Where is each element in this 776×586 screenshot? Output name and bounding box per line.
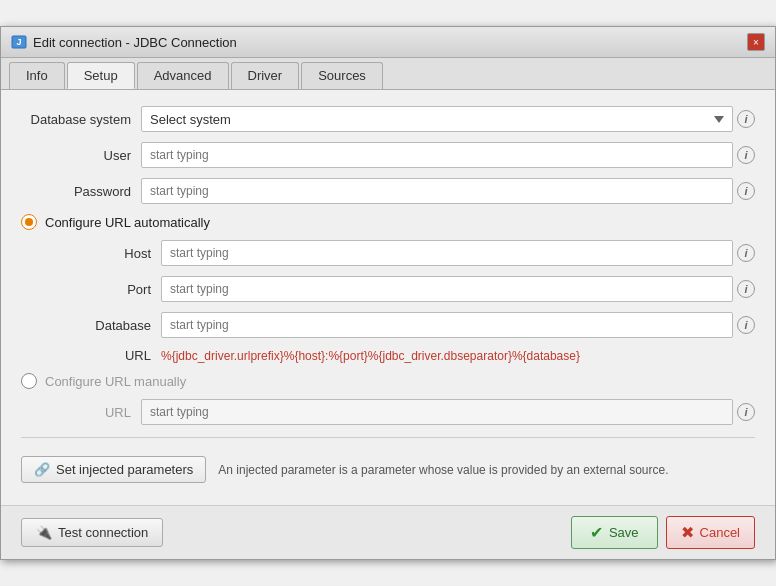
tab-setup[interactable]: Setup xyxy=(67,62,135,89)
url-manual-info-icon[interactable]: i xyxy=(737,403,755,421)
inject-button-label: Set injected parameters xyxy=(56,462,193,477)
configure-auto-label: Configure URL automatically xyxy=(45,215,210,230)
password-wrap: i xyxy=(141,178,755,204)
configure-auto-radio[interactable] xyxy=(21,214,37,230)
database-wrap: i xyxy=(161,312,755,338)
x-icon: ✖ xyxy=(681,523,694,542)
user-label: User xyxy=(21,148,141,163)
test-connection-button[interactable]: 🔌 Test connection xyxy=(21,518,163,547)
tab-bar: Info Setup Advanced Driver Sources xyxy=(1,58,775,90)
password-input[interactable] xyxy=(141,178,733,204)
title-bar: J Edit connection - JDBC Connection × xyxy=(1,27,775,58)
database-system-info-icon[interactable]: i xyxy=(737,110,755,128)
link-icon: 🔗 xyxy=(34,462,50,477)
password-label: Password xyxy=(21,184,141,199)
configure-manual-header: Configure URL manually xyxy=(21,373,755,389)
host-label: Host xyxy=(41,246,161,261)
dialog: J Edit connection - JDBC Connection × In… xyxy=(0,26,776,560)
cancel-label: Cancel xyxy=(700,525,740,540)
plug-icon: 🔌 xyxy=(36,525,52,540)
form-content: Database system Select system i User i P… xyxy=(1,90,775,505)
user-input[interactable] xyxy=(141,142,733,168)
configure-manual-radio[interactable] xyxy=(21,373,37,389)
test-button-label: Test connection xyxy=(58,525,148,540)
host-info-icon[interactable]: i xyxy=(737,244,755,262)
dialog-title: Edit connection - JDBC Connection xyxy=(33,35,237,50)
database-info-icon[interactable]: i xyxy=(737,316,755,334)
title-bar-left: J Edit connection - JDBC Connection xyxy=(11,34,237,50)
url-auto-row: URL %{jdbc_driver.urlprefix}%{host}:%{po… xyxy=(41,348,755,363)
port-info-icon[interactable]: i xyxy=(737,280,755,298)
separator xyxy=(21,437,755,438)
database-system-select[interactable]: Select system xyxy=(141,106,733,132)
dialog-icon: J xyxy=(11,34,27,50)
tab-sources[interactable]: Sources xyxy=(301,62,383,89)
inject-button[interactable]: 🔗 Set injected parameters xyxy=(21,456,206,483)
database-system-row: Database system Select system i xyxy=(21,106,755,132)
password-row: Password i xyxy=(21,178,755,204)
user-row: User i xyxy=(21,142,755,168)
tab-advanced[interactable]: Advanced xyxy=(137,62,229,89)
password-info-icon[interactable]: i xyxy=(737,182,755,200)
port-label: Port xyxy=(41,282,161,297)
footer-actions: ✔ Save ✖ Cancel xyxy=(571,516,755,549)
svg-text:J: J xyxy=(16,37,21,47)
port-input[interactable] xyxy=(161,276,733,302)
host-row: Host i xyxy=(41,240,755,266)
cancel-button[interactable]: ✖ Cancel xyxy=(666,516,755,549)
url-auto-value: %{jdbc_driver.urlprefix}%{host}:%{port}%… xyxy=(161,349,755,363)
dialog-footer: 🔌 Test connection ✔ Save ✖ Cancel xyxy=(1,505,775,559)
save-label: Save xyxy=(609,525,639,540)
url-manual-input[interactable] xyxy=(141,399,733,425)
inject-row: 🔗 Set injected parameters An injected pa… xyxy=(21,450,755,489)
host-wrap: i xyxy=(161,240,755,266)
host-input[interactable] xyxy=(161,240,733,266)
tab-info[interactable]: Info xyxy=(9,62,65,89)
url-auto-wrap: %{jdbc_driver.urlprefix}%{host}:%{port}%… xyxy=(161,349,755,363)
url-manual-row: URL i xyxy=(21,399,755,425)
tab-driver[interactable]: Driver xyxy=(231,62,300,89)
check-icon: ✔ xyxy=(590,523,603,542)
database-row: Database i xyxy=(41,312,755,338)
close-button[interactable]: × xyxy=(747,33,765,51)
auto-fields: Host i Port i Database i xyxy=(21,240,755,363)
configure-auto-header: Configure URL automatically xyxy=(21,214,755,230)
database-system-wrap: Select system i xyxy=(141,106,755,132)
port-row: Port i xyxy=(41,276,755,302)
save-button[interactable]: ✔ Save xyxy=(571,516,658,549)
url-manual-label: URL xyxy=(21,405,141,420)
url-manual-wrap: i xyxy=(141,399,755,425)
user-info-icon[interactable]: i xyxy=(737,146,755,164)
configure-manual-label: Configure URL manually xyxy=(45,374,186,389)
user-wrap: i xyxy=(141,142,755,168)
inject-description: An injected parameter is a parameter who… xyxy=(218,463,668,477)
port-wrap: i xyxy=(161,276,755,302)
database-system-label: Database system xyxy=(21,112,141,127)
database-label: Database xyxy=(41,318,161,333)
url-auto-label: URL xyxy=(41,348,161,363)
database-input[interactable] xyxy=(161,312,733,338)
